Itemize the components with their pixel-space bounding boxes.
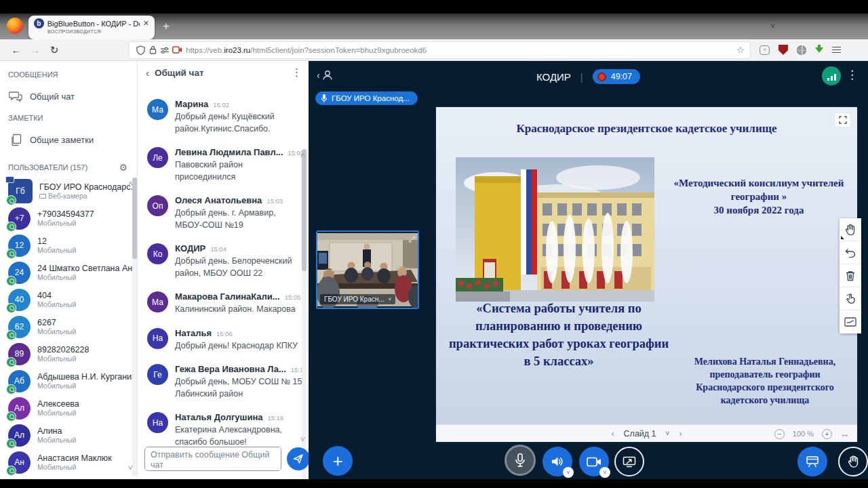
letterbox-top	[0, 0, 868, 14]
userlist-scrollbar[interactable]	[132, 178, 137, 476]
message-text: Добрый день, МОБУ СОШ № 15, Лабинский ра…	[175, 376, 307, 400]
next-slide-button[interactable]: ›	[679, 428, 682, 439]
actions-plus-button[interactable]: +	[323, 446, 353, 476]
userlist-scroll-down-icon[interactable]: ˅	[127, 464, 133, 472]
chat-message: Ма Марина 15:02 Добрый день! Кущёвский р…	[147, 99, 299, 135]
hamburger-menu-icon[interactable]	[832, 47, 841, 54]
chat-message-input[interactable]	[144, 447, 281, 471]
webcam-expand-icon[interactable]: ⤢	[408, 235, 415, 244]
message-avatar: Оп	[147, 195, 168, 216]
screenshare-button[interactable]	[614, 447, 644, 476]
talking-indicator[interactable]: ГБОУ ИРО Краснод...	[315, 92, 418, 105]
user-list-item[interactable]: +7 +79034594377 Мобильный	[8, 205, 137, 232]
camera-in-use-icon[interactable]	[171, 45, 183, 55]
webcam-share-button[interactable]: ˅	[579, 447, 609, 476]
slide-number-label: Слайд 1	[624, 429, 656, 439]
mobile-status-icon	[6, 303, 16, 313]
webcam-thumbnail[interactable]: ⤢ ГБОУ ИРО Красн... ˅	[316, 230, 419, 309]
chat-title: Общий чат	[155, 68, 204, 78]
userlist-scroll-up-icon[interactable]: ˄	[127, 180, 133, 188]
sidebar: СООБЩЕНИЯ Общий чат ЗАМЕТКИ Общие заметк…	[0, 61, 138, 479]
user-list-item[interactable]: 62 6267 Мобильный	[8, 313, 137, 340]
audio-options-chevron-icon[interactable]: ˅	[563, 467, 574, 478]
webcam-user-label[interactable]: ГБОУ ИРО Красн... ˅	[320, 294, 395, 304]
users-count-label: ПОЛЬЗОВАТЕЛИ (157)	[8, 163, 87, 171]
message-author: Марина	[175, 99, 208, 109]
new-tab-button[interactable]: +	[163, 20, 170, 32]
slide-select-chevron-icon[interactable]: ˅	[666, 430, 670, 437]
lock-icon[interactable]	[146, 45, 159, 55]
user-list-item[interactable]: 89 89282026228 Мобильный	[8, 340, 137, 367]
trash-icon	[846, 270, 855, 281]
permissions-icon[interactable]	[159, 45, 171, 55]
undo-icon	[845, 248, 856, 258]
shield-icon[interactable]	[134, 45, 146, 55]
chat-options-kebab-icon[interactable]: ⋮	[292, 66, 302, 79]
audio-settings-button[interactable]: ˅	[542, 447, 572, 476]
pocket-extension-icon[interactable]: ˅	[760, 45, 770, 55]
browser-navbar: ← → ↻ https://veb.iro23.ru/html5client/j…	[0, 39, 868, 61]
user-list-item[interactable]: Гб ГБОУ ИРО Краснодарс... (Вы) Веб-камер…	[8, 178, 137, 205]
hand-icon	[845, 224, 856, 236]
chat-scroll-up-icon[interactable]: ˄	[300, 151, 305, 160]
user-name: Абдышева Н.И. Курганинский	[37, 372, 138, 382]
webcam-options-chevron-icon[interactable]: ˅	[599, 467, 610, 478]
url-bar[interactable]: https://veb.iro23.ru/html5client/join?se…	[129, 42, 750, 58]
notes-section-label: ЗАМЕТКИ	[8, 114, 137, 127]
messages-section-label: СООБЩЕНИЯ	[8, 70, 137, 84]
reload-button[interactable]: ↻	[45, 44, 64, 56]
user-avatar: 12	[8, 235, 31, 257]
browser-tab[interactable]: b BigBlueButton - КОДИР - Defau ✕ ВОСПРО…	[28, 16, 155, 39]
forward-button[interactable]: →	[26, 44, 45, 56]
previous-slide-button[interactable]: ‹	[611, 428, 614, 439]
user-subtitle: Мобильный	[37, 354, 89, 363]
slide-fullscreen-icon[interactable]	[834, 113, 851, 127]
recording-indicator[interactable]: 49:07	[593, 69, 640, 84]
tab-list-chevron-icon[interactable]: ˅	[770, 22, 775, 31]
multi-user-whiteboard-button[interactable]	[840, 287, 861, 310]
download-arrow-icon[interactable]	[815, 47, 823, 53]
sidebar-item-shared-notes[interactable]: Общие заметки	[8, 127, 137, 152]
connection-status-icon[interactable]	[822, 66, 841, 85]
minimize-presentation-button[interactable]	[797, 447, 827, 476]
user-list-item[interactable]: 24 24 Шматко Светлана Анатол Мобильный	[8, 259, 137, 286]
chat-back-icon[interactable]: ‹	[146, 67, 149, 79]
undo-annotation-button[interactable]	[840, 241, 861, 264]
raise-hand-icon	[848, 455, 859, 468]
chat-panel: ‹ Общий чат ⋮ Ма Марина 15:02 Добрый ден…	[138, 61, 309, 479]
user-list-item[interactable]: 40 404 Мобильный	[8, 286, 137, 313]
user-list-item[interactable]: Аб Абдышева Н.И. Курганинский Мобильный	[8, 367, 137, 394]
meeting-title: КОДИР	[536, 71, 571, 83]
user-avatar: 24	[8, 262, 31, 284]
send-message-button[interactable]	[287, 447, 310, 470]
chat-scroll-down-icon[interactable]: ˅	[300, 435, 305, 444]
tab-close-icon[interactable]: ✕	[143, 19, 149, 28]
back-button[interactable]: ←	[7, 44, 26, 56]
mute-microphone-button[interactable]	[505, 445, 536, 476]
globe-extension-icon[interactable]	[797, 45, 806, 55]
pan-tool-button[interactable]	[840, 218, 861, 241]
options-kebab-icon[interactable]: ⋮	[846, 68, 858, 82]
user-list-item[interactable]: Ал Алексеева Мобильный	[8, 394, 137, 422]
chat-bubbles-icon	[8, 89, 23, 104]
chat-header: ‹ Общий чат ⋮	[146, 61, 309, 84]
raise-hand-button[interactable]	[838, 447, 868, 476]
user-list-item[interactable]: Ал Алина Мобильный	[8, 422, 137, 449]
palm-rejection-button[interactable]	[840, 310, 861, 333]
gear-icon[interactable]: ⚙	[119, 162, 127, 173]
slide-subtitle: «Методический консилиум учителей географ…	[667, 176, 851, 217]
clear-annotations-button[interactable]	[840, 264, 861, 287]
bookmark-star-icon[interactable]: ☆	[736, 45, 745, 55]
message-author: Олеся Анатольевна	[175, 195, 262, 205]
ublock-extension-icon[interactable]	[778, 45, 788, 55]
user-list-item[interactable]: 12 12 Мобильный	[8, 232, 137, 259]
whiteboard[interactable]: Краснодарское президентское кадетское уч…	[436, 107, 857, 424]
zoom-out-button[interactable]: −	[774, 429, 785, 439]
user-list-item[interactable]: Ан Анастасия Маклюк Мобильный	[8, 449, 137, 476]
zoom-in-button[interactable]: +	[822, 429, 832, 439]
firefox-logo-icon	[7, 18, 23, 34]
fit-width-button[interactable]: ↔	[840, 429, 849, 439]
sidebar-item-public-chat[interactable]: Общий чат	[8, 84, 137, 108]
tab-audio-status: ВОСПРОИЗВОДИТСЯ	[47, 29, 149, 34]
letterbox-bottom	[0, 479, 868, 488]
